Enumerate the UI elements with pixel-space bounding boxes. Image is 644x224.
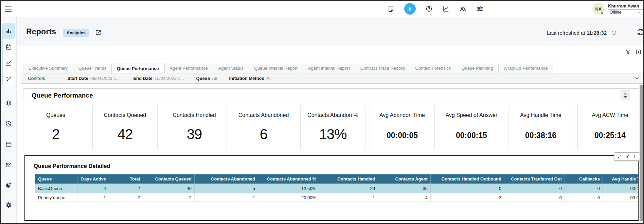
spinner-up-button[interactable] — [624, 92, 627, 94]
controls-label: Controls — [28, 76, 45, 81]
hamburger-menu-icon[interactable] — [4, 5, 12, 13]
column-header-queue[interactable]: Queue — [35, 174, 77, 184]
panel-filter-icon[interactable] — [625, 154, 630, 159]
sidebar-item-gear[interactable] — [5, 202, 12, 209]
top-bar: KA Khurram Awan Offline — [1, 1, 643, 17]
expand-icon[interactable] — [617, 154, 622, 159]
agent-status-select[interactable]: Offline — [608, 9, 643, 15]
control-end-date[interactable]: End Date15/04/2023 1... — [133, 76, 184, 81]
kpi-label: Contacts Handled — [162, 112, 227, 118]
vertical-scrollbar[interactable] — [640, 85, 643, 221]
control-label: Start Date — [67, 76, 88, 81]
column-header-avg-handle-time[interactable]: Avg Handle Time — [603, 174, 639, 184]
topbar-icon-group — [387, 1, 484, 17]
status-dot — [600, 11, 604, 15]
table-cell: 0 — [504, 184, 565, 193]
table-cell: 5 — [195, 184, 258, 193]
table-cell: Priority queue — [35, 193, 77, 202]
column-header-contacts-queued[interactable]: Contacts Queued — [143, 174, 195, 184]
tab-executive-summary[interactable]: Executive Summary — [23, 64, 73, 73]
kpi-value: 13% — [301, 126, 365, 142]
table-row-priority-queue[interactable]: Priority queue122120.00%1430000:01:19 — [35, 193, 639, 202]
agent-status-value: Offline — [610, 10, 621, 15]
column-header-contacts-agent[interactable]: Contacts Agent — [378, 174, 431, 184]
tab-queue-performance[interactable]: Queue Performance — [111, 64, 164, 73]
table-cell: 12.50% — [258, 184, 319, 193]
control-value: All — [266, 76, 271, 81]
sidebar-item-design[interactable] — [3, 71, 15, 87]
sidebar-item-window[interactable] — [5, 141, 12, 148]
column-header-contacts-handled-outbound[interactable]: Contacts Handled Outbound — [431, 174, 504, 184]
control-value: All — [212, 76, 217, 81]
metrics-icon[interactable] — [442, 5, 450, 13]
filter-icon[interactable] — [625, 49, 631, 55]
tab-wrap-up-performance[interactable]: Wrap-Up Performance — [498, 64, 553, 73]
control-initiation-method[interactable]: Initiation MethodAll — [229, 76, 271, 81]
table-header-row: QueueDays ActiveTotalContacts QueuedCont… — [35, 174, 639, 184]
tab-agent-performance[interactable]: Agent Performance — [164, 64, 213, 73]
tab-agent-status[interactable]: Agent Status — [213, 64, 249, 73]
refresh-icon[interactable] — [636, 28, 644, 37]
queue-performance-table: QueueDays ActiveTotalContacts QueuedCont… — [35, 174, 639, 202]
kpi-label: Queues — [23, 112, 88, 118]
section-title: Queue Performance — [32, 92, 93, 99]
control-value: 09/04/2023 1... — [90, 76, 120, 81]
tab-agent-interval-report[interactable]: Agent Interval Report — [303, 64, 355, 73]
table-cell: 0 — [565, 193, 603, 202]
spinner-down-button[interactable] — [624, 96, 627, 98]
notes-icon[interactable] — [387, 5, 395, 13]
kpi-card-avg-handle-time: Avg Handle Time00:38:16 — [508, 105, 573, 150]
tab-contract-trace-record[interactable]: Contract Trace Record — [355, 64, 410, 73]
column-header-days-active[interactable]: Days Active — [77, 174, 109, 184]
column-header-contacts-handled[interactable]: Contacts Handled — [319, 174, 378, 184]
table-cell: 4 — [378, 193, 431, 202]
chevron-down-icon — [637, 11, 641, 14]
last-refreshed-text: Last refreshed at 11:28:32 — [547, 30, 607, 36]
kpi-card-avg-speed-of-answer: Avg Speed of Answer00:00:15 — [439, 105, 504, 150]
table-cell: 00:01:19 — [603, 193, 639, 202]
flash-icon[interactable] — [404, 3, 416, 15]
kpi-label: Contacts Abandon % — [301, 112, 365, 118]
control-start-date[interactable]: Start Date09/04/2023 1... — [67, 76, 120, 81]
table-cell: 0 — [565, 184, 603, 193]
sidebar-item-mail[interactable] — [5, 161, 12, 169]
sidebar-item-layers[interactable] — [5, 100, 12, 107]
kebab-menu-icon[interactable] — [632, 154, 637, 159]
kpi-label: Contacts Abandoned — [231, 112, 296, 118]
sidebar-item-line-chart[interactable] — [3, 55, 15, 71]
kpi-label: Avg Handle Time — [508, 112, 573, 118]
table-cell: 1 — [195, 193, 258, 202]
help-icon[interactable] — [425, 5, 433, 13]
sidebar-item-pie-chart[interactable] — [5, 182, 12, 189]
column-header-contacts-tranferred-out[interactable]: Contacts Tranferred Out — [504, 174, 565, 184]
table-cell: 0 — [504, 193, 565, 202]
tab-queue-planning[interactable]: Queue Planning — [456, 64, 498, 73]
app-window: KA Khurram Awan Offline Reports Analytic… — [0, 0, 644, 224]
download-icon[interactable] — [635, 49, 642, 55]
open-external-icon[interactable] — [95, 29, 102, 36]
info-icon[interactable] — [611, 30, 617, 36]
table-row-basicqueue[interactable]: BasicQueue4240512.50%293500000:42:22 — [35, 184, 639, 193]
sidebar-item-bar-chart[interactable] — [3, 23, 15, 39]
last-refreshed-time: 11:28:32 — [587, 30, 607, 36]
control-label: Initiation Method — [229, 76, 264, 81]
controls-expand-chevron-icon[interactable] — [634, 75, 640, 82]
table-cell: 2 — [143, 193, 195, 202]
preferences-icon[interactable] — [476, 5, 484, 13]
sidebar-item-calendar[interactable] — [3, 39, 15, 55]
panel-toolbar — [614, 152, 640, 161]
detail-panel: Queue Performance Detailed QueueDays Act… — [24, 155, 639, 221]
table-cell: 00:42:22 — [603, 184, 639, 193]
tab-contact-forensics[interactable]: Contact Forensics — [410, 64, 456, 73]
column-header-contacts-abandoned[interactable]: Contacts Abandoned — [195, 174, 258, 184]
column-header-total[interactable]: Total — [109, 174, 143, 184]
kpi-label: Avg ACW Time — [578, 112, 642, 118]
tab-queue-trends[interactable]: Queue Trends — [73, 64, 111, 73]
control-queue[interactable]: QueueAll — [196, 76, 217, 81]
tab-queue-interval-report[interactable]: Queue Interval Report — [249, 64, 303, 73]
sidebar-item-history[interactable] — [5, 120, 12, 127]
column-header-callbacks[interactable]: Callbacks — [565, 174, 603, 184]
report-tabs: Executive SummaryQueue TrendsQueue Perfo… — [23, 64, 553, 73]
agents-icon[interactable] — [459, 5, 467, 13]
column-header-contacts-abandoned-%[interactable]: Contacts Abandoned % — [258, 174, 319, 184]
